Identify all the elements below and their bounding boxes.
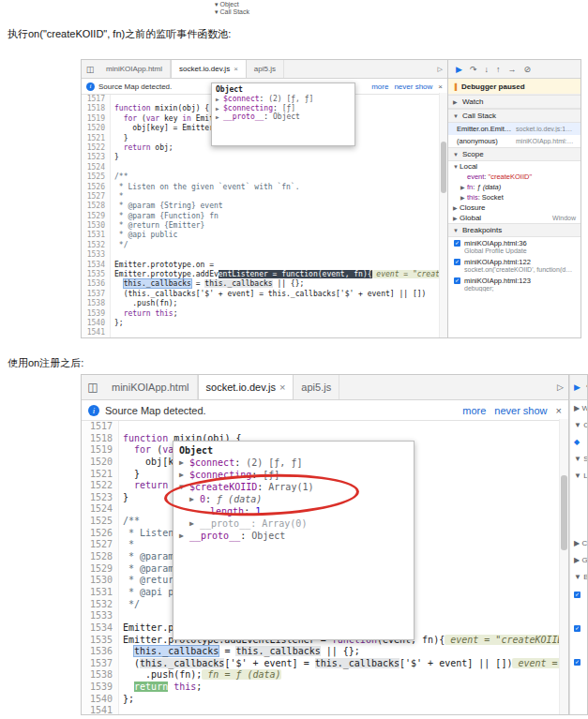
line-number[interactable]: 1529 [82,563,119,576]
panel-fragment[interactable]: ✓ [570,653,587,670]
panel-fragment[interactable]: ▼ L [570,468,587,485]
resume-icon[interactable]: ▶ [456,65,462,74]
section-scope[interactable]: ▼Scope [448,147,580,161]
line-number[interactable]: 1520 [82,457,119,469]
line-number[interactable]: 1521 [82,134,111,143]
editor-scrollbar[interactable] [559,419,568,714]
line-number[interactable]: 1538 [82,669,119,682]
infobar-close-icon[interactable]: × [438,82,443,91]
line-number[interactable]: 1525 [82,172,111,182]
deactivate-breakpoints-icon[interactable]: ⊘ [523,65,531,74]
scope-row[interactable]: ▼Local [448,161,580,172]
line-number[interactable]: 1518 [82,433,119,445]
line-number[interactable]: 1517 [82,421,119,433]
panel-fragment[interactable]: ▶ W [570,400,587,417]
call-stack-frame[interactable]: (anonymous)miniKOIApp.html:122 [448,135,580,147]
line-number[interactable]: 1519 [82,114,111,124]
popup-property-row[interactable]: ▶__proto__: Object [179,530,408,542]
breakpoint-checkbox[interactable]: ✓ [454,277,460,284]
expand-arrow-icon[interactable]: ▶ [189,517,200,530]
line-number[interactable]: 1528 [82,202,111,211]
line-number[interactable]: 1520 [82,124,111,133]
line-number[interactable]: 1531 [82,587,119,599]
expand-arrow-icon[interactable]: ▶ [216,104,223,113]
panel-fragment[interactable]: ▶ G [570,552,587,569]
line-number[interactable]: 1529 [82,212,111,221]
breakpoint-checkbox[interactable]: ✓ [454,240,460,247]
section-watch[interactable]: ▶Watch [448,95,580,109]
breakpoint-checkbox[interactable]: ✓ [574,659,580,666]
line-number[interactable]: 1522 [82,480,119,492]
line-number[interactable]: 1522 [82,143,111,153]
step-icon[interactable]: → [507,65,516,74]
breakpoint-checkbox[interactable]: ✓ [574,592,580,598]
line-number[interactable]: 1534 [82,261,111,270]
panel-fragment[interactable]: ◆ [570,434,587,451]
line-number[interactable]: 1533 [82,610,119,622]
panel-fragment[interactable]: ✓ [570,586,587,603]
scope-row[interactable]: ▶Closure [448,202,580,213]
line-number[interactable]: 1527 [82,539,119,551]
line-number[interactable]: 1518 [82,104,111,113]
line-number[interactable]: 1523 [82,492,119,504]
line-number[interactable]: 1540 [82,319,111,328]
line-number[interactable]: 1524 [82,503,119,516]
expand-arrow-icon[interactable]: ▶ [179,530,189,542]
popup-property-row[interactable]: ▶$connect: (2) [ƒ, ƒ] [216,95,351,104]
editor-scrollbar[interactable] [439,93,447,337]
line-number[interactable]: 1532 [82,241,111,250]
line-number[interactable]: 1538 [82,299,111,308]
tab-overflow-icon[interactable]: ▷ [552,375,568,399]
line-number[interactable]: 1540 [82,694,119,706]
popup-property-row[interactable]: ▶$connect: (2) [ƒ, ƒ] [179,457,408,469]
step-over-icon[interactable]: ↷ [586,382,587,392]
line-number[interactable]: 1536 [82,279,111,289]
breakpoint-item[interactable]: ✓miniKOIApp.html:36Global Profile Update [448,237,580,256]
tab-socket.io.dev.js[interactable]: socket.io.dev.js× [198,375,294,399]
scope-row[interactable]: event: "createKOIID" [448,172,580,182]
popup-property-row[interactable]: ▶$connecting: [ƒ] [216,104,351,113]
scrollbar-thumb[interactable] [561,475,567,550]
scope-row[interactable]: ▶fn: ƒ (data) [448,182,580,192]
infobar-more-link[interactable]: more [371,82,388,91]
line-number[interactable]: 1537 [82,658,119,670]
line-number[interactable]: 1532 [82,599,119,611]
step-into-icon[interactable]: ↓ [484,65,489,74]
line-number[interactable]: 1533 [82,250,111,260]
line-number[interactable]: 1530 [82,575,119,587]
line-number[interactable]: 1536 [82,646,119,658]
step-out-icon[interactable]: ↑ [496,65,501,74]
line-number[interactable]: 1535 [82,635,119,647]
tab-miniKOIApp.html[interactable]: miniKOIApp.html [98,60,171,78]
line-number[interactable]: 1517 [82,95,111,104]
line-number[interactable]: 1521 [82,469,119,481]
tab-api5.js[interactable]: api5.js [294,375,339,399]
line-number[interactable]: 1531 [82,231,111,240]
tab-overflow-icon[interactable]: ▷ [433,60,447,78]
expand-arrow-icon[interactable]: ▶ [216,95,223,104]
breakpoint-checkbox[interactable]: ✓ [574,625,580,632]
navigator-toggle-icon[interactable]: ◫ [82,375,104,399]
section-call-stack[interactable]: ▼Call Stack [448,109,580,123]
line-number[interactable]: 1523 [82,153,111,162]
expand-arrow-icon[interactable]: ▶ [216,112,223,122]
panel-fragment[interactable]: ▶ C [570,535,587,552]
expand-arrow-icon[interactable]: ▶ [179,457,189,469]
call-stack-frame[interactable]: Emitter.on.Emitter.addEventListenersocke… [448,123,580,135]
step-over-icon[interactable]: ↷ [470,65,477,74]
line-number[interactable]: 1535 [82,270,111,279]
scope-row[interactable]: ▶this: Socket [448,192,580,202]
tab-close-icon[interactable]: × [234,65,238,73]
panel-fragment[interactable]: ▼ C [570,417,587,434]
line-number[interactable]: 1524 [82,163,111,172]
tab-api5.js[interactable]: api5.js [247,60,284,78]
panel-fragment[interactable]: ▼ B [570,569,587,586]
line-number[interactable]: 1528 [82,551,119,563]
line-number[interactable]: 1534 [82,622,119,635]
line-number[interactable]: 1539 [82,682,119,694]
infobar-never-show-link[interactable]: never show [494,405,547,416]
line-number[interactable]: 1541 [82,328,111,337]
tab-miniKOIApp.html[interactable]: miniKOIApp.html [104,375,198,399]
breakpoint-item[interactable]: ✓miniKOIApp.html:122socket.on('createKOI… [448,256,580,275]
scrollbar-thumb[interactable] [441,142,446,193]
